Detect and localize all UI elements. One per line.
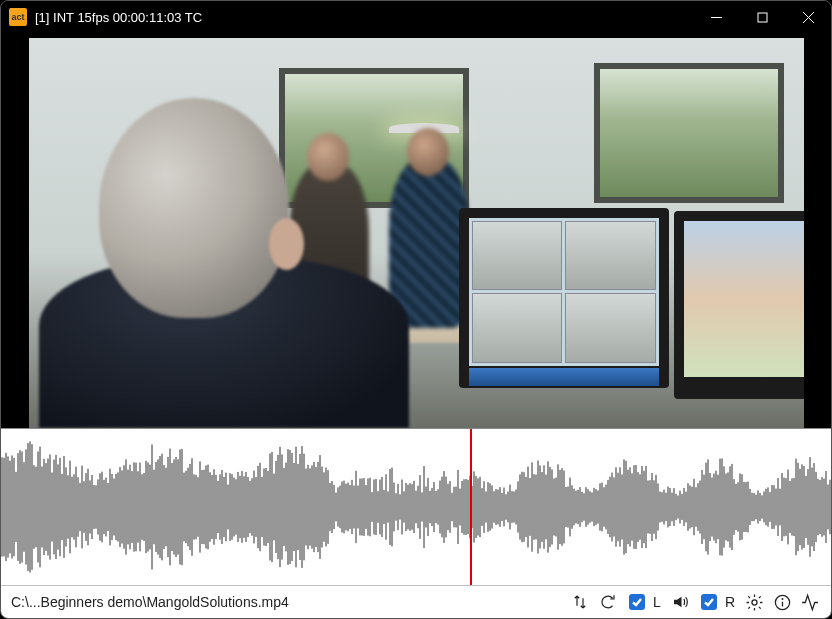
window-title: [1] INT 15fps 00:00:11:03 TC <box>35 10 202 25</box>
channel-left-checkbox[interactable] <box>629 594 645 610</box>
status-bar: C:\...Beginners demo\MangoldSolutions.mp… <box>1 586 831 618</box>
svg-point-7 <box>782 598 783 599</box>
close-button[interactable] <box>785 1 831 33</box>
svg-rect-1 <box>758 13 767 22</box>
speaker-icon[interactable] <box>669 591 691 613</box>
sort-icon[interactable] <box>569 591 591 613</box>
activity-icon[interactable] <box>799 591 821 613</box>
app-icon: act <box>9 8 27 26</box>
app-window: act [1] INT 15fps 00:00:11:03 TC <box>0 0 832 619</box>
channel-left-label: L <box>653 594 661 610</box>
channel-right-checkbox[interactable] <box>701 594 717 610</box>
audio-waveform[interactable] <box>1 429 831 585</box>
info-icon[interactable] <box>771 591 793 613</box>
loop-icon[interactable] <box>597 591 619 613</box>
maximize-button[interactable] <box>739 1 785 33</box>
svg-point-4 <box>751 599 756 604</box>
gear-icon[interactable] <box>743 591 765 613</box>
channel-right-label: R <box>725 594 735 610</box>
video-viewport[interactable] <box>1 33 831 428</box>
minimize-button[interactable] <box>693 1 739 33</box>
file-path: C:\...Beginners demo\MangoldSolutions.mp… <box>11 594 289 610</box>
titlebar: act [1] INT 15fps 00:00:11:03 TC <box>1 1 831 33</box>
video-frame <box>29 38 804 428</box>
waveform-panel[interactable] <box>1 428 831 586</box>
playhead-marker[interactable] <box>470 429 472 585</box>
